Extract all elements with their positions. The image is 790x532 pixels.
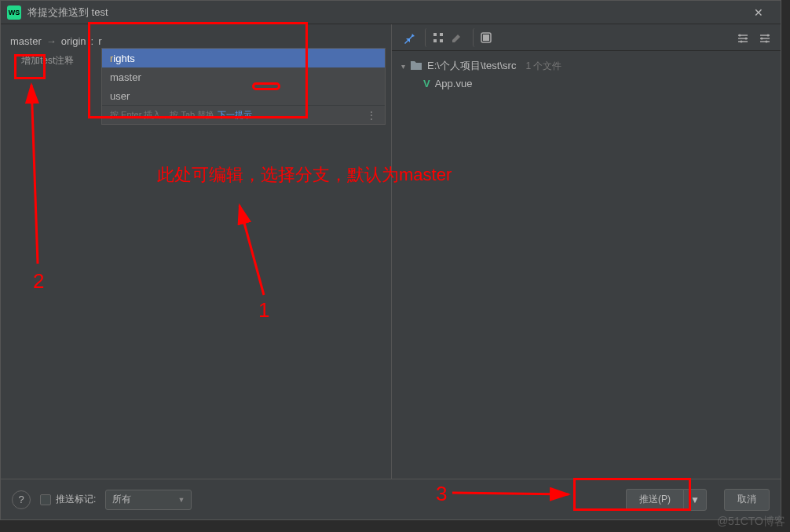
dropdown-item-user[interactable]: user xyxy=(102,86,385,105)
svg-rect-1 xyxy=(440,33,443,36)
app-icon: WS xyxy=(7,5,21,20)
chevron-down-icon: ▼ xyxy=(690,494,700,505)
svg-rect-0 xyxy=(433,33,437,36)
branch-mapping-row: master → origin : xyxy=(10,32,382,49)
remote-branch-input[interactable] xyxy=(98,35,122,47)
file-name: App.vue xyxy=(435,78,473,89)
settings-icon-1[interactable] xyxy=(733,29,752,48)
help-button[interactable]: ? xyxy=(12,490,31,509)
cancel-button[interactable]: 取消 xyxy=(724,489,770,511)
folder-icon xyxy=(410,60,422,73)
watermark: @51CTO博客 xyxy=(717,515,785,529)
push-button-group: 推送(P) ▼ xyxy=(626,489,707,511)
push-tags-label: 推送标记: xyxy=(56,493,96,506)
svg-rect-2 xyxy=(433,39,437,42)
colon: : xyxy=(91,35,94,47)
branch-autocomplete-popup: rights master user 按 Enter 插入，按 Tab 替换 下… xyxy=(101,48,386,125)
checkbox-icon xyxy=(40,494,51,505)
svg-rect-5 xyxy=(483,35,489,41)
files-pane: ▾ E:\个人项目\test\src 1 个文件 V App.vue xyxy=(392,24,781,479)
more-icon[interactable]: ⋮ xyxy=(366,109,377,122)
edit-icon[interactable] xyxy=(448,28,466,47)
content-area: master → origin : 增加test注释 rights master… xyxy=(1,24,781,479)
svg-point-7 xyxy=(745,38,748,40)
next-hint-link[interactable]: 下一提示 xyxy=(218,109,252,121)
push-button-label: 推送(P) xyxy=(639,493,671,506)
tags-scope-select[interactable]: 所有 ▼ xyxy=(105,490,192,510)
folder-path: E:\个人项目\test\src xyxy=(427,59,516,73)
push-dialog: WS 将提交推送到 test ✕ master → origin : 增加tes… xyxy=(0,0,781,520)
arrow-icon: → xyxy=(46,35,57,47)
svg-rect-3 xyxy=(440,39,443,42)
settings-icon-2[interactable] xyxy=(755,29,774,48)
window-title: 将提交推送到 test xyxy=(27,5,108,20)
preview-icon[interactable] xyxy=(473,28,492,47)
select-value: 所有 xyxy=(112,493,131,506)
local-branch-label: master xyxy=(10,35,42,47)
dropdown-item-master[interactable]: master xyxy=(102,67,385,86)
push-button-dropdown[interactable]: ▼ xyxy=(683,489,707,511)
svg-point-11 xyxy=(766,41,768,43)
dialog-bottombar: ? 推送标记: 所有 ▼ 推送(P) ▼ 取消 xyxy=(1,479,781,519)
svg-point-6 xyxy=(739,35,741,37)
tree-folder-row[interactable]: ▾ E:\个人项目\test\src 1 个文件 xyxy=(401,57,771,75)
remote-name: origin xyxy=(61,35,86,47)
tree-file-row[interactable]: V App.vue xyxy=(401,75,771,92)
svg-point-10 xyxy=(761,38,763,40)
dropdown-footer: 按 Enter 插入，按 Tab 替换 下一提示 ⋮ xyxy=(102,105,385,124)
pin-icon[interactable] xyxy=(400,28,419,47)
file-count: 1 个文件 xyxy=(525,60,561,73)
commits-pane: master → origin : 增加test注释 rights master… xyxy=(1,24,392,479)
cancel-button-label: 取消 xyxy=(737,493,756,506)
titlebar: WS 将提交推送到 test ✕ xyxy=(1,1,781,24)
push-button[interactable]: 推送(P) xyxy=(626,489,683,511)
expand-all-icon[interactable] xyxy=(425,28,444,47)
close-button[interactable]: ✕ xyxy=(743,1,774,24)
file-tree: ▾ E:\个人项目\test\src 1 个文件 V App.vue xyxy=(392,51,781,98)
svg-point-9 xyxy=(767,35,770,37)
files-toolbar xyxy=(392,24,781,51)
push-tags-checkbox[interactable]: 推送标记: xyxy=(40,493,96,506)
chevron-down-icon: ▾ xyxy=(401,62,405,71)
footer-hint: 按 Enter 插入，按 Tab 替换 xyxy=(110,109,214,121)
chevron-down-icon: ▼ xyxy=(177,496,185,504)
dropdown-item-rights[interactable]: rights xyxy=(102,49,385,67)
svg-point-8 xyxy=(741,41,743,43)
vue-icon: V xyxy=(423,78,430,89)
pane-settings xyxy=(733,29,774,48)
